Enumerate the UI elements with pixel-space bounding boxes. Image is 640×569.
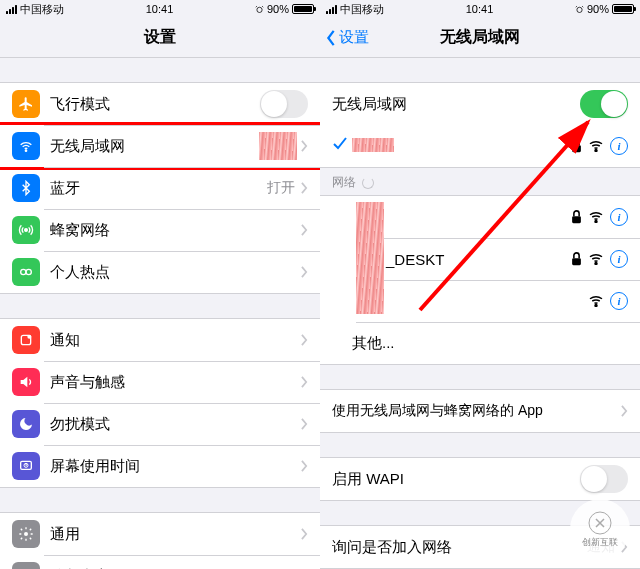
wifi-toggle[interactable]	[580, 90, 628, 118]
row-connected-network[interactable]: i	[320, 125, 640, 167]
nav-bar: 设置	[0, 18, 320, 58]
row-cellular[interactable]: 蜂窝网络	[0, 209, 320, 251]
row-notifications[interactable]: 通知	[0, 319, 320, 361]
svg-point-9	[24, 532, 28, 536]
row-label: 无线局域网	[332, 95, 580, 114]
lock-icon	[571, 139, 582, 153]
carrier-label: 中国移动	[340, 2, 384, 17]
spinner-icon	[362, 177, 374, 189]
info-button[interactable]: i	[610, 292, 628, 310]
checkmark-icon	[332, 136, 352, 156]
row-wifi-cell-apps[interactable]: 使用无线局域网与蜂窝网络的 App	[320, 390, 640, 432]
row-sounds[interactable]: 声音与触感	[0, 361, 320, 403]
info-button[interactable]: i	[610, 208, 628, 226]
row-label: 通知	[50, 331, 301, 350]
row-label: 飞行模式	[50, 95, 260, 114]
svg-point-0	[257, 7, 262, 12]
row-label: 勿扰模式	[50, 415, 301, 434]
row-label: 屏幕使用时间	[50, 457, 301, 476]
chevron-right-icon	[301, 182, 308, 194]
svg-rect-19	[572, 216, 581, 223]
screentime-icon	[12, 452, 40, 480]
svg-rect-21	[572, 258, 581, 265]
wifi-strength-icon	[588, 295, 604, 307]
row-general[interactable]: 通用	[0, 513, 320, 555]
wifi-strength-icon	[588, 140, 604, 152]
row-control-center[interactable]: 控制中心	[0, 555, 320, 569]
wapi-group: 启用 WAPI	[320, 457, 640, 501]
settings-group-network: 飞行模式 无线局域网 蓝牙 打开 蜂窝网络 个人热点	[0, 82, 320, 294]
row-label: 个人热点	[50, 263, 301, 282]
status-bar: 中国移动 10:41 90%	[0, 0, 320, 18]
status-time: 10:41	[466, 3, 494, 15]
lock-icon	[571, 210, 582, 224]
wifi-switch-group: 无线局域网 i	[320, 82, 640, 168]
chevron-right-icon	[301, 224, 308, 236]
chevron-right-icon	[301, 334, 308, 346]
chevron-right-icon	[301, 460, 308, 472]
svg-point-18	[595, 150, 597, 152]
sounds-icon	[12, 368, 40, 396]
row-screentime[interactable]: 屏幕使用时间	[0, 445, 320, 487]
cell-signal-icon	[6, 5, 17, 14]
svg-point-20	[595, 221, 597, 223]
row-wifi-switch[interactable]: 无线局域网	[320, 83, 640, 125]
alarm-icon	[255, 5, 264, 14]
svg-point-2	[25, 229, 28, 232]
battery-icon	[612, 4, 634, 14]
redacted-value	[259, 132, 297, 160]
row-detail: 打开	[267, 179, 295, 197]
networks-header: 网络	[320, 168, 640, 195]
cellular-icon	[12, 216, 40, 244]
svg-point-23	[595, 305, 597, 307]
info-button[interactable]: i	[610, 137, 628, 155]
row-wifi[interactable]: 无线局域网	[0, 125, 320, 167]
ssid-suffix: _DESKT	[352, 251, 571, 268]
row-bluetooth[interactable]: 蓝牙 打开	[0, 167, 320, 209]
row-label: 声音与触感	[50, 373, 301, 392]
other-label: 其他...	[352, 334, 628, 353]
chevron-right-icon	[301, 376, 308, 388]
status-bar: 中国移动 10:41 90%	[320, 0, 640, 18]
wifi-icon	[12, 132, 40, 160]
page-title: 设置	[144, 27, 176, 48]
svg-point-6	[27, 335, 31, 339]
watermark: 创新互联	[570, 499, 630, 559]
chevron-right-icon	[301, 140, 308, 152]
nav-bar: 设置 无线局域网	[320, 18, 640, 58]
hotspot-icon	[12, 258, 40, 286]
svg-point-3	[21, 269, 26, 274]
row-other-network[interactable]: 其他...	[320, 322, 640, 364]
airplane-icon	[12, 90, 40, 118]
cell-signal-icon	[326, 5, 337, 14]
chevron-right-icon	[301, 418, 308, 430]
wifi-strength-icon	[588, 253, 604, 265]
settings-group-general: 通用 控制中心 AA 显示与亮度 辅助功能	[0, 512, 320, 569]
settings-screenshot: 中国移动 10:41 90% 设置 飞行模式 无线局域网 蓝牙 打开 蜂窝网络	[0, 0, 320, 569]
wifi-screenshot: 中国移动 10:41 90% 设置 无线局域网 无线局域网 i 网络	[320, 0, 640, 569]
redacted-ssid	[352, 138, 394, 152]
general-icon	[12, 520, 40, 548]
row-hotspot[interactable]: 个人热点	[0, 251, 320, 293]
carrier-label: 中国移动	[20, 2, 64, 17]
row-airplane[interactable]: 飞行模式	[0, 83, 320, 125]
back-button[interactable]: 设置	[326, 28, 369, 47]
row-label: 蜂窝网络	[50, 221, 301, 240]
row-label: 通用	[50, 525, 301, 544]
chevron-right-icon	[621, 405, 628, 417]
row-dnd[interactable]: 勿扰模式	[0, 403, 320, 445]
page-title: 无线局域网	[440, 27, 520, 48]
row-wapi[interactable]: 启用 WAPI	[320, 458, 640, 500]
battery-percent: 90%	[267, 3, 289, 15]
settings-group-notifications: 通知 声音与触感 勿扰模式 屏幕使用时间	[0, 318, 320, 488]
battery-icon	[292, 4, 314, 14]
status-time: 10:41	[146, 3, 174, 15]
airplane-toggle[interactable]	[260, 90, 308, 118]
networks-list: i _DESKT i i 其他...	[320, 195, 640, 365]
info-button[interactable]: i	[610, 250, 628, 268]
notifications-icon	[12, 326, 40, 354]
svg-rect-17	[572, 145, 581, 152]
svg-point-1	[25, 150, 26, 151]
lock-icon	[571, 252, 582, 266]
wapi-toggle[interactable]	[580, 465, 628, 493]
